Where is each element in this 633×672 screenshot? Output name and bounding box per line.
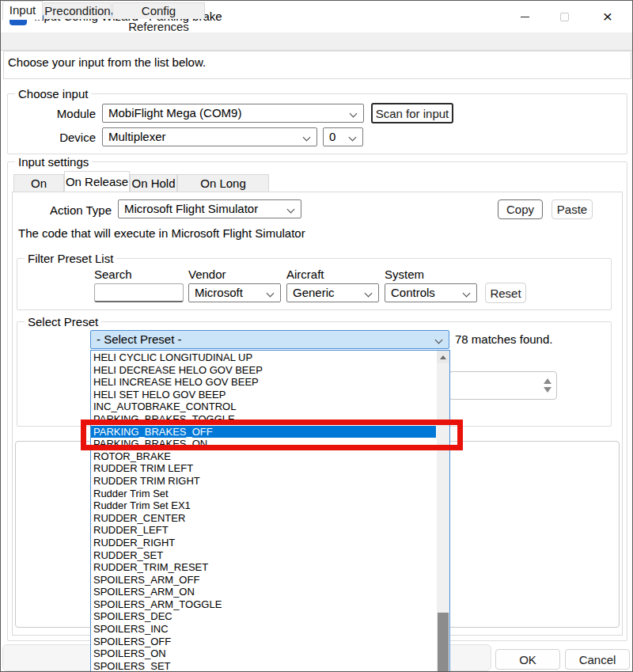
- scrollbar-thumb[interactable]: [438, 613, 449, 671]
- matches-found-text: 78 matches found.: [455, 332, 552, 346]
- list-item[interactable]: Rudder Trim Set: [91, 488, 436, 500]
- minimize-icon: [521, 17, 529, 17]
- description-text: Choose your input from the list below.: [8, 55, 206, 69]
- spinner-down-icon[interactable]: [544, 387, 552, 393]
- maximize-button: [547, 1, 582, 32]
- minimize-button[interactable]: [507, 1, 542, 32]
- input-config-wizard-window: MF Input Config Wizard - Parking brake ×…: [0, 0, 633, 672]
- device-select[interactable]: Multiplexer: [102, 127, 317, 146]
- action-type-select[interactable]: Microsoft Flight Simulator: [118, 199, 301, 218]
- list-item[interactable]: ROTOR_BRAKE: [91, 450, 436, 463]
- value-spinner[interactable]: [449, 371, 557, 400]
- preset-dropdown-list: HELI CYCLIC LONGITUDINAL UPHELI DECREASE…: [90, 350, 450, 672]
- list-item[interactable]: SPOILERS_SET: [91, 660, 436, 672]
- module-value: MobiFlight Mega (COM9): [108, 106, 241, 120]
- copy-button[interactable]: Copy: [498, 199, 543, 219]
- vendor-select[interactable]: Microsoft: [188, 283, 281, 302]
- chevron-down-icon: [350, 110, 358, 118]
- list-item[interactable]: RUDDER_LEFT: [91, 524, 436, 537]
- select-preset-legend: Select Preset: [25, 315, 101, 328]
- list-item[interactable]: HELI DECREASE HELO GOV BEEP: [91, 364, 436, 377]
- list-item[interactable]: HELI INCREASE HELO GOV BEEP: [91, 376, 436, 389]
- list-item[interactable]: SPOILERS_ARM_TOGGLE: [91, 598, 436, 611]
- main-tab-strip: [1, 32, 632, 51]
- list-item[interactable]: SPOILERS_OFF: [91, 636, 436, 648]
- chevron-down-icon: [287, 206, 295, 214]
- list-item[interactable]: HELI CYCLIC LONGITUDINAL UP: [91, 351, 436, 364]
- list-item[interactable]: Rudder Trim Set EX1: [91, 499, 436, 512]
- scan-for-input-button[interactable]: Scan for input: [371, 103, 453, 123]
- system-select[interactable]: Controls: [385, 283, 477, 302]
- channel-value: 0: [329, 130, 335, 143]
- list-item[interactable]: RUDDER TRIM RIGHT: [91, 475, 436, 488]
- chevron-down-icon: [435, 336, 443, 344]
- filter-preset-legend: Filter Preset List: [25, 252, 116, 265]
- code-note-text: The code that will execute in Microsoft …: [18, 226, 305, 240]
- list-item[interactable]: RUDDER_SET: [91, 549, 436, 562]
- channel-select[interactable]: 0: [323, 127, 363, 146]
- module-label: Module: [32, 107, 96, 120]
- list-item[interactable]: SPOILERS_DEC: [91, 610, 436, 623]
- cancel-button[interactable]: Cancel: [565, 649, 630, 670]
- system-label: System: [385, 268, 424, 281]
- reset-button[interactable]: Reset: [485, 283, 526, 303]
- preset-select-value: - Select Preset -: [97, 332, 182, 346]
- list-item[interactable]: RUDDER_RIGHT: [91, 537, 436, 549]
- list-item[interactable]: RUDDER_CENTER: [91, 512, 436, 525]
- close-icon: ×: [603, 1, 612, 32]
- tab-config-references[interactable]: Config References: [112, 2, 205, 19]
- description-panel: Choose your input from the list below.: [3, 51, 631, 79]
- chevron-down-icon: [303, 134, 311, 142]
- list-item[interactable]: SPOILERS_INC: [91, 623, 436, 636]
- device-value: Multiplexer: [108, 130, 166, 143]
- ok-button[interactable]: OK: [495, 649, 560, 670]
- chevron-down-icon: [463, 290, 471, 298]
- list-item[interactable]: SPOILERS_ARM_ON: [91, 586, 436, 598]
- aircraft-select[interactable]: Generic: [286, 283, 379, 302]
- search-input[interactable]: [94, 283, 184, 302]
- annotation-highlight-box: [81, 420, 463, 450]
- chevron-down-icon: [365, 290, 373, 298]
- close-button[interactable]: ×: [590, 1, 625, 32]
- list-item[interactable]: SPOILERS_ARM_OFF: [91, 574, 436, 587]
- list-item[interactable]: INC_AUTOBRAKE_CONTROL: [91, 401, 436, 413]
- paste-button[interactable]: Paste: [552, 199, 593, 219]
- scroll-up-button[interactable]: [437, 351, 449, 363]
- preset-items: HELI CYCLIC LONGITUDINAL UPHELI DECREASE…: [91, 351, 436, 672]
- tab-precondition[interactable]: Precondition: [44, 2, 112, 19]
- aircraft-value: Generic: [293, 286, 335, 299]
- input-settings-legend: Input settings: [15, 155, 92, 169]
- tab-on-release[interactable]: On Release: [64, 171, 130, 192]
- module-select[interactable]: MobiFlight Mega (COM9): [102, 104, 364, 123]
- system-value: Controls: [391, 286, 435, 299]
- device-label: Device: [32, 131, 96, 144]
- vendor-value: Microsoft: [195, 286, 243, 299]
- list-item[interactable]: SPOILERS_ON: [91, 647, 436, 660]
- tab-on-hold[interactable]: On Hold: [130, 174, 177, 192]
- chevron-down-icon: [349, 134, 357, 142]
- preset-select[interactable]: - Select Preset -: [90, 330, 449, 349]
- chevron-down-icon: [267, 290, 275, 298]
- tab-input[interactable]: Input: [2, 1, 43, 20]
- choose-input-group: Choose input: [7, 93, 627, 154]
- action-type-label: Action Type: [32, 203, 112, 217]
- tab-on-long-release[interactable]: On Long Release: [177, 174, 269, 192]
- spinner-up-icon[interactable]: [544, 378, 552, 384]
- dropdown-scrollbar[interactable]: [437, 351, 449, 672]
- list-item[interactable]: RUDDER_TRIM_RESET: [91, 561, 436, 574]
- list-item[interactable]: HELI SET HELO GOV BEEP: [91, 389, 436, 401]
- scroll-up-icon: [440, 355, 446, 359]
- action-type-value: Microsoft Flight Simulator: [124, 202, 258, 215]
- maximize-icon: [560, 13, 569, 21]
- tab-on-press[interactable]: On Press: [13, 174, 64, 192]
- aircraft-label: Aircraft: [286, 268, 324, 281]
- choose-input-legend: Choose input: [15, 87, 91, 101]
- search-label: Search: [94, 268, 132, 281]
- list-item[interactable]: RUDDER TRIM LEFT: [91, 462, 436, 475]
- vendor-label: Vendor: [188, 268, 226, 281]
